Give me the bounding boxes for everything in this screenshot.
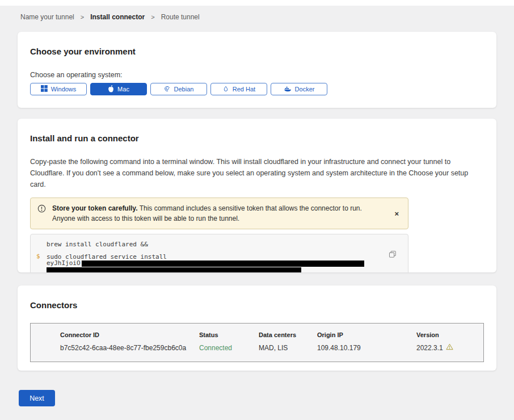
column-header-version: Version <box>416 331 483 338</box>
os-button-label: Red Hat <box>233 86 255 93</box>
os-button-redhat[interactable]: Red Hat <box>210 83 267 95</box>
close-icon[interactable]: × <box>390 207 403 220</box>
data-centers-value: MAD, LIS <box>259 344 317 352</box>
docker-icon <box>284 86 292 93</box>
alert-circle-icon <box>37 204 46 216</box>
environment-card: Choose your environment Choose an operat… <box>18 32 496 108</box>
connectors-table-header: Connector ID Status Data centers Origin … <box>60 331 483 338</box>
connector-id-value: b7c52c42-6caa-48ee-8c77-fbe259cb6c0a <box>60 344 199 352</box>
os-button-docker[interactable]: Docker <box>271 83 327 95</box>
copy-icon[interactable] <box>387 249 398 261</box>
origin-ip-value: 109.48.10.179 <box>317 344 416 352</box>
install-command-codeblock: $ brew install cloudflared && sudo cloud… <box>30 234 408 272</box>
os-button-label: Debian <box>174 86 194 93</box>
warning-title: Store your token carefully. <box>52 204 138 212</box>
column-header-status: Status <box>199 331 259 338</box>
top-header-strip <box>0 0 514 6</box>
table-row: b7c52c42-6caa-48ee-8c77-fbe259cb6c0a Con… <box>60 343 483 352</box>
os-button-label: Mac <box>117 86 129 93</box>
os-button-debian[interactable]: Debian <box>150 83 207 95</box>
redacted-token-bar <box>47 267 301 273</box>
version-cell: 2022.3.1 <box>416 343 483 352</box>
next-button[interactable]: Next <box>19 390 55 406</box>
warning-triangle-icon <box>446 343 453 352</box>
redhat-icon <box>222 85 229 94</box>
environment-card-title: Choose your environment <box>30 47 484 56</box>
token-line: eyJhIjoiO <box>47 260 383 267</box>
os-button-windows[interactable]: Windows <box>30 83 87 95</box>
breadcrumb-separator: > <box>151 14 154 20</box>
breadcrumb-separator: > <box>81 14 84 20</box>
os-select-label: Choose an operating system: <box>30 71 484 79</box>
os-button-label: Docker <box>295 86 315 93</box>
apple-icon <box>108 85 114 94</box>
token-warning-banner: Store your token carefully. This command… <box>30 198 408 229</box>
os-button-mac[interactable]: Mac <box>90 83 147 95</box>
breadcrumb-step-route-tunnel[interactable]: Route tunnel <box>161 13 200 21</box>
column-header-data-centers: Data centers <box>259 331 317 338</box>
command-line-1: brew install cloudflared && <box>47 241 383 248</box>
install-card-title: Install and run a connector <box>30 133 484 143</box>
column-header-origin-ip: Origin IP <box>317 331 416 338</box>
connectors-table: Connector ID Status Data centers Origin … <box>30 323 484 362</box>
os-button-label: Windows <box>51 86 77 93</box>
status-badge: Connected <box>199 344 259 352</box>
command-line-2-group: sudo cloudflared service install eyJhIjo… <box>47 254 383 273</box>
connectors-card: Connectors Connector ID Status Data cent… <box>18 285 496 371</box>
connectors-card-title: Connectors <box>30 300 484 310</box>
breadcrumb-step-install-connector[interactable]: Install connector <box>90 13 145 21</box>
breadcrumb: Name your tunnel > Install connector > R… <box>20 13 514 21</box>
os-button-group: Windows Mac Debian Red Hat Docker <box>30 83 484 95</box>
debian-icon <box>164 85 171 93</box>
redacted-token-bar <box>82 261 364 267</box>
command-line-2: sudo cloudflared service install <box>47 254 383 261</box>
token-prefix: eyJhIjoiO <box>47 259 81 267</box>
windows-icon <box>41 85 48 93</box>
shell-prompt: $ <box>36 253 40 260</box>
version-value: 2022.3.1 <box>416 344 443 352</box>
column-header-connector-id: Connector ID <box>60 331 199 338</box>
breadcrumb-step-name-tunnel[interactable]: Name your tunnel <box>20 13 74 21</box>
install-connector-card: Install and run a connector Copy-paste t… <box>18 119 496 272</box>
install-card-description: Copy-paste the following command into a … <box>30 156 483 190</box>
